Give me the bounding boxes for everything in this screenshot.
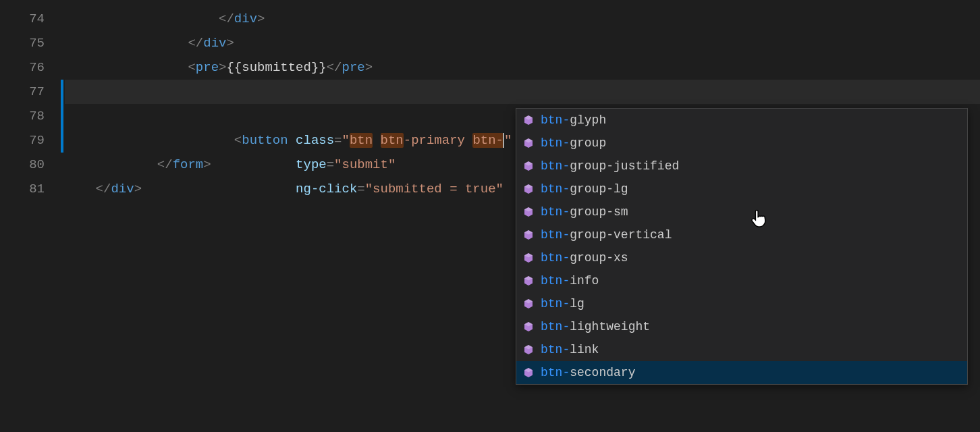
suggestion-kind-icon — [523, 161, 534, 171]
line-number: 78 — [0, 104, 45, 128]
autocomplete-item[interactable]: btn-lightweight — [516, 315, 967, 338]
autocomplete-item-label: btn-group-sm — [541, 200, 628, 223]
autocomplete-item-label: btn-secondary — [541, 361, 635, 384]
code-line[interactable]: </div> — [65, 7, 980, 31]
line-number: 76 — [0, 55, 45, 80]
autocomplete-popup[interactable]: btn-glyphbtn-groupbtn-group-justifiedbtn… — [516, 108, 968, 385]
autocomplete-item-label: btn-glyph — [541, 109, 606, 132]
code-line[interactable]: </div> — [65, 31, 980, 55]
suggestion-kind-icon — [523, 230, 534, 240]
autocomplete-item-label: btn-info — [541, 269, 599, 292]
autocomplete-item[interactable]: btn-group-xs — [516, 246, 967, 269]
autocomplete-item-label: btn-lg — [541, 292, 584, 315]
change-indicator — [61, 128, 63, 153]
code-line — [65, 0, 980, 7]
autocomplete-item-label: btn-link — [541, 338, 599, 361]
line-number: 77 — [0, 80, 45, 104]
suggestion-kind-icon — [523, 138, 534, 148]
suggestion-kind-icon — [523, 115, 534, 126]
change-indicator — [61, 80, 63, 104]
autocomplete-item-label: btn-group-lg — [541, 178, 628, 200]
autocomplete-item-label: btn-lightweight — [541, 315, 650, 338]
autocomplete-item[interactable]: btn-group-lg — [516, 178, 967, 200]
code-line[interactable]: <pre>{{submitted}}</pre> — [65, 55, 980, 80]
line-number: 79 — [0, 128, 45, 153]
suggestion-kind-icon — [523, 367, 534, 378]
autocomplete-item[interactable]: btn-glyph — [516, 109, 967, 132]
autocomplete-item-label: btn-group — [541, 132, 606, 155]
suggestion-kind-icon — [523, 275, 534, 286]
suggestion-kind-icon — [523, 321, 534, 332]
autocomplete-item[interactable]: btn-group-justified — [516, 155, 967, 178]
line-number-gutter: 74 75 76 77 78 79 80 81 — [0, 0, 65, 432]
suggestion-kind-icon — [523, 207, 534, 217]
change-indicator — [61, 104, 63, 128]
autocomplete-item-label: btn-group-vertical — [541, 223, 672, 246]
line-number: 80 — [0, 153, 45, 177]
autocomplete-item[interactable]: btn-group — [516, 132, 967, 155]
autocomplete-item[interactable]: btn-lg — [516, 292, 967, 315]
autocomplete-item-label: btn-group-xs — [541, 246, 628, 269]
suggestion-kind-icon — [523, 184, 534, 194]
line-number: 74 — [0, 7, 45, 31]
autocomplete-item[interactable]: btn-link — [516, 338, 967, 361]
line-number: 75 — [0, 31, 45, 55]
autocomplete-item[interactable]: btn-group-vertical — [516, 223, 967, 246]
autocomplete-item[interactable]: btn-info — [516, 269, 967, 292]
autocomplete-item-label: btn-group-justified — [541, 155, 679, 178]
autocomplete-item[interactable]: btn-secondary — [516, 361, 967, 384]
code-line-active[interactable]: <button class="btn btn-primary btn-" — [65, 80, 980, 104]
autocomplete-item[interactable]: btn-group-sm — [516, 200, 967, 223]
line-number: 81 — [0, 177, 45, 201]
suggestion-kind-icon — [523, 298, 534, 309]
suggestion-kind-icon — [523, 344, 534, 355]
suggestion-kind-icon — [523, 252, 534, 263]
